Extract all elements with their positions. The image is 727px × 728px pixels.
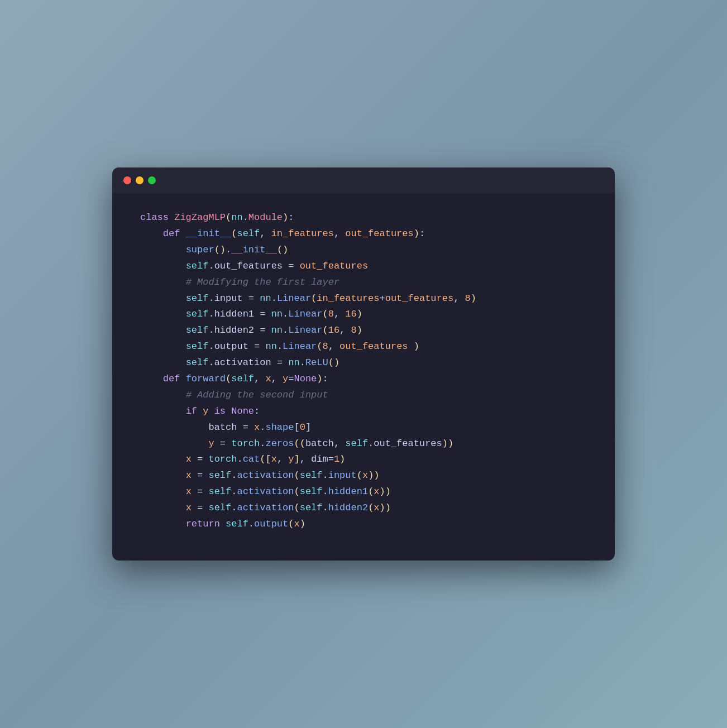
titlebar [112, 167, 615, 193]
code-line-4: super().__init__() [140, 242, 587, 258]
code-line-17: if y is None: [140, 404, 587, 420]
code-line-14: def forward(self, x, y=None): [140, 371, 587, 387]
code-line-25: return self.output(x) [140, 516, 587, 533]
code-window: class ZigZagMLP(nn.Module): def __init__… [112, 167, 615, 561]
code-editor: class ZigZagMLP(nn.Module): def __init__… [112, 193, 615, 561]
code-line-19: y = torch.zeros((batch, self.out_feature… [140, 436, 587, 452]
code-line-5: self.out_features = out_features [140, 258, 587, 275]
code-line-23: x = self.activation(self.hidden1(x)) [140, 484, 587, 500]
code-line-9: self.hidden2 = nn.Linear(16, 8) [140, 323, 587, 339]
code-line-24: x = self.activation(self.hidden2(x)) [140, 500, 587, 516]
code-line-22: x = self.activation(self.input(x)) [140, 468, 587, 484]
code-line-10: self.output = nn.Linear(8, out_features … [140, 339, 587, 355]
code-line-2: def __init__(self, in_features, out_feat… [140, 226, 587, 242]
code-line-8: self.hidden1 = nn.Linear(8, 16) [140, 306, 587, 323]
maximize-button[interactable] [148, 176, 156, 184]
code-line-12: self.activation = nn.ReLU() [140, 355, 587, 371]
code-line-16: # Adding the second input [140, 387, 587, 404]
code-line-1: class ZigZagMLP(nn.Module): [140, 210, 587, 226]
code-line-7: self.input = nn.Linear(in_features+out_f… [140, 291, 587, 307]
code-line-18: batch = x.shape[0] [140, 420, 587, 436]
code-line-6: # Modifying the first layer [140, 275, 587, 291]
code-line-20: x = torch.cat([x, y], dim=1) [140, 452, 587, 468]
minimize-button[interactable] [136, 176, 144, 184]
close-button[interactable] [123, 176, 131, 184]
